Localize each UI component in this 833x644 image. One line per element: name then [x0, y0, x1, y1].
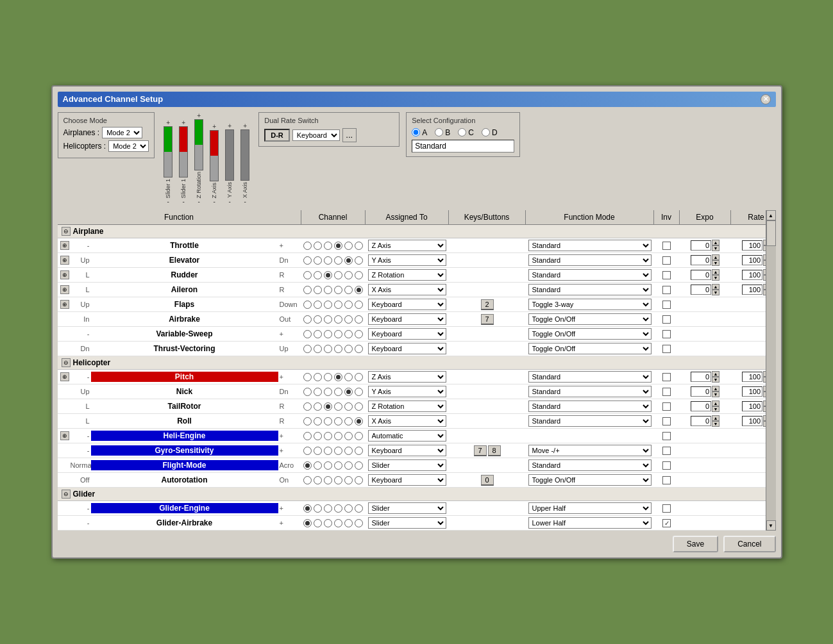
key-button-7[interactable]: 7 — [474, 445, 487, 456]
expo-down[interactable]: ▼ — [712, 377, 719, 383]
assigned-select[interactable]: Automatic Z AxisY AxisX Axis Z RotationK… — [368, 430, 446, 442]
channel-radio-4[interactable] — [334, 388, 342, 396]
channel-radio-3[interactable] — [324, 519, 332, 527]
channel-radio-2[interactable] — [314, 519, 322, 527]
helicopters-select[interactable]: Mode 2 Mode 1 — [108, 140, 149, 152]
channel-radio-2[interactable] — [314, 286, 322, 294]
channel-radio-1[interactable] — [303, 271, 312, 279]
channel-radio-2[interactable] — [314, 417, 322, 425]
channel-radio-4[interactable] — [334, 417, 342, 425]
channel-radio-4[interactable] — [334, 345, 342, 353]
expo-down[interactable]: ▼ — [712, 260, 719, 266]
inv-checkbox[interactable] — [662, 286, 671, 294]
channel-radio-3[interactable] — [324, 432, 332, 440]
channel-radio-5[interactable] — [344, 286, 353, 294]
expand-btn[interactable]: ⊕ — [60, 300, 69, 309]
rate-input[interactable] — [742, 285, 762, 295]
assigned-select[interactable]: Slider Z AxisY AxisX Axis Z RotationKeyb… — [368, 502, 446, 514]
assigned-select[interactable]: Keyboard Z AxisY AxisX Axis Z RotationKe… — [368, 313, 446, 325]
assigned-select[interactable]: Z Rotation Z AxisY AxisX Axis Z Rotation… — [368, 269, 446, 281]
func-mode-select[interactable]: StandardToggle On/OffToggle 3-wayMove -/… — [528, 400, 652, 412]
config-a[interactable]: A — [412, 128, 427, 137]
channel-radio-3[interactable] — [324, 476, 332, 484]
channel-radio-6[interactable] — [355, 476, 363, 484]
channel-radio-2[interactable] — [314, 388, 322, 396]
channel-radio-2[interactable] — [314, 504, 322, 513]
save-button[interactable]: Save — [673, 536, 718, 552]
slider-track-6[interactable] — [240, 129, 249, 181]
channel-radio-1[interactable] — [303, 242, 312, 250]
func-mode-select[interactable]: StandardToggle On/OffToggle 3-wayMove -/… — [528, 254, 652, 266]
assigned-select[interactable]: Keyboard Z AxisY AxisX Axis Z RotationKe… — [368, 445, 446, 456]
slider-track-3[interactable] — [194, 119, 203, 170]
channel-radio-6[interactable] — [355, 271, 363, 279]
channel-radio-1[interactable] — [303, 417, 312, 425]
channel-radio-2[interactable] — [314, 373, 322, 381]
channel-radio-5[interactable] — [344, 432, 353, 440]
channel-radio-4[interactable] — [334, 476, 342, 484]
channel-radio-1[interactable] — [303, 476, 312, 484]
expo-down[interactable]: ▼ — [712, 245, 719, 251]
config-name-input[interactable] — [412, 140, 514, 153]
channel-radio-1[interactable] — [303, 286, 312, 294]
func-mode-select[interactable]: StandardToggle On/OffToggle 3-wayMove -/… — [528, 343, 652, 354]
expo-up[interactable]: ▲ — [712, 415, 719, 421]
channel-radio-3[interactable] — [324, 461, 332, 470]
key-button[interactable]: 7 — [481, 314, 494, 325]
channel-radio-1[interactable] — [303, 345, 312, 353]
channel-radio-1[interactable] — [303, 402, 312, 411]
func-mode-select[interactable]: StandardToggle On/OffToggle 3-wayMove -/… — [528, 474, 652, 486]
assigned-select[interactable]: Y Axis Z AxisY AxisX Axis Z RotationKeyb… — [368, 386, 446, 397]
channel-radio-2[interactable] — [314, 461, 322, 470]
expo-input[interactable] — [691, 270, 711, 280]
rate-input[interactable] — [742, 270, 762, 280]
channel-radio-1[interactable] — [303, 388, 312, 396]
expo-down[interactable]: ▼ — [712, 392, 719, 397]
rate-input[interactable] — [742, 372, 762, 382]
assigned-select[interactable]: Keyboard Z AxisY AxisX Axis Z RotationKe… — [368, 343, 446, 354]
channel-radio-6[interactable] — [355, 417, 363, 425]
assigned-select[interactable]: X Axis Z AxisY AxisX Axis Z RotationKeyb… — [368, 415, 446, 427]
inv-checkbox[interactable] — [662, 330, 671, 338]
inv-checkbox[interactable] — [662, 432, 671, 440]
expo-input[interactable] — [691, 240, 711, 251]
channel-radio-4[interactable] — [334, 373, 342, 381]
rate-input[interactable] — [742, 240, 762, 251]
channel-radio-3[interactable] — [324, 242, 332, 250]
assigned-select[interactable]: Slider Z AxisY AxisX Axis Z RotationKeyb… — [368, 459, 446, 471]
inv-checkbox[interactable] — [662, 388, 671, 396]
channel-radio-5[interactable] — [344, 345, 353, 353]
channel-radio-2[interactable] — [314, 345, 322, 353]
channel-radio-6[interactable] — [355, 315, 363, 324]
dual-rate-config-btn[interactable]: ... — [342, 128, 357, 142]
func-mode-select[interactable]: StandardToggle On/OffToggle 3-wayMove -/… — [528, 517, 652, 529]
channel-radio-6[interactable] — [355, 242, 363, 250]
channel-radio-5[interactable] — [344, 242, 353, 250]
expo-input[interactable] — [691, 255, 711, 265]
expand-btn[interactable]: ⊕ — [60, 256, 69, 265]
inv-checkbox[interactable] — [662, 373, 671, 381]
func-mode-select[interactable]: StandardToggle On/OffToggle 3-wayMove -/… — [528, 371, 652, 383]
assigned-select[interactable]: Slider Z AxisY AxisX Axis Z RotationKeyb… — [368, 517, 446, 529]
scroll-up-btn[interactable]: ▲ — [766, 210, 776, 220]
channel-radio-2[interactable] — [314, 271, 322, 279]
channel-radio-6[interactable] — [355, 388, 363, 396]
channel-radio-6[interactable] — [355, 256, 363, 265]
scroll-down-btn[interactable]: ▼ — [766, 520, 776, 531]
expo-down[interactable]: ▼ — [712, 406, 719, 412]
channel-radio-1[interactable] — [303, 373, 312, 381]
channel-radio-3[interactable] — [324, 373, 332, 381]
slider-track-5[interactable] — [225, 129, 234, 181]
rate-input[interactable] — [742, 416, 762, 426]
func-mode-select[interactable]: StandardToggle On/OffToggle 3-wayMove -/… — [528, 284, 652, 295]
channel-radio-1[interactable] — [303, 301, 312, 309]
expo-up[interactable]: ▲ — [712, 386, 719, 392]
dual-rate-select[interactable]: Keyboard Switch A — [292, 129, 340, 141]
channel-radio-1[interactable] — [303, 432, 312, 440]
channel-radio-5[interactable] — [344, 373, 353, 381]
inv-checkbox[interactable] — [662, 271, 671, 279]
channel-radio-4[interactable] — [334, 504, 342, 513]
expo-down[interactable]: ▼ — [712, 275, 719, 281]
assigned-select[interactable]: Keyboard Z AxisY AxisX Axis Z RotationKe… — [368, 328, 446, 340]
channel-radio-2[interactable] — [314, 242, 322, 250]
